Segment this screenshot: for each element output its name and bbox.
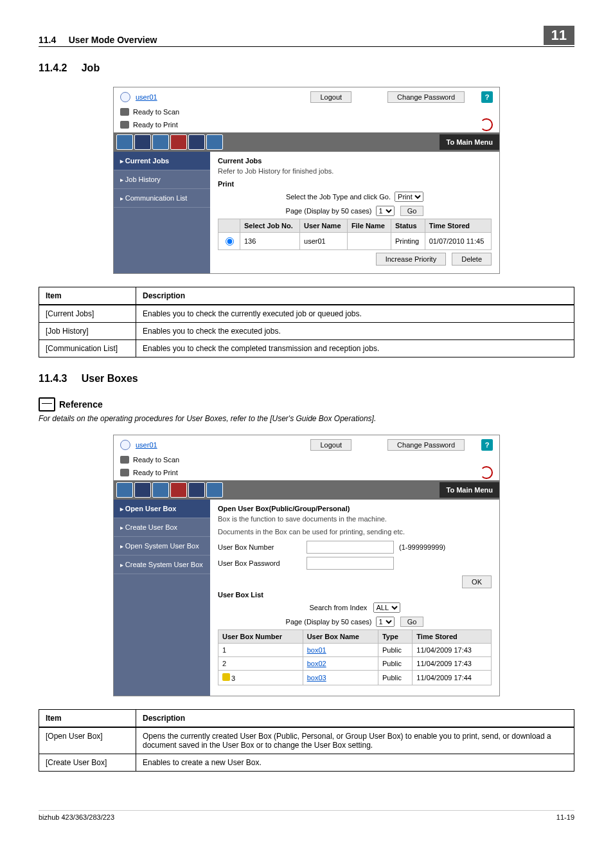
tab-icon[interactable]: [188, 482, 205, 498]
list-title: User Box List: [218, 591, 492, 599]
delete-button[interactable]: Delete: [452, 253, 492, 266]
col: File Name: [347, 219, 391, 233]
job-screenshot: user01 Logout Change Password ? Ready to…: [113, 87, 500, 274]
sidebar-item-create-system-user-box[interactable]: Create System User Box: [114, 556, 210, 574]
print-label: Print: [218, 180, 492, 188]
tab-icon[interactable]: [206, 134, 223, 150]
section-title: User Mode Overview: [69, 35, 157, 45]
ok-button[interactable]: OK: [462, 575, 492, 588]
box-table: User Box Number User Box Name Type Time …: [218, 629, 492, 685]
sidebar-item-create-user-box[interactable]: Create User Box: [114, 518, 210, 537]
sidebar-item-current-jobs[interactable]: Current Jobs: [114, 152, 210, 170]
sec1-num: 11.4.2: [39, 62, 67, 73]
col: Select Job No.: [240, 219, 300, 233]
help-icon[interactable]: ?: [481, 91, 493, 103]
box-link[interactable]: box03: [307, 674, 326, 682]
user-icon: [120, 440, 130, 450]
page-select[interactable]: 1: [376, 206, 395, 216]
logout-button[interactable]: Logout: [310, 91, 351, 103]
tab-icon[interactable]: [116, 482, 133, 498]
sec1-title: Job: [82, 62, 100, 73]
jobs-table: Select Job No. User Name File Name Statu…: [218, 219, 492, 250]
table-row[interactable]: 2box02Public11/04/2009 17:43: [218, 657, 492, 671]
tab-icon[interactable]: [170, 134, 187, 150]
refresh-icon[interactable]: [480, 118, 493, 131]
scanner-icon: [120, 456, 129, 464]
instruction: Box is the function to save documents in…: [218, 515, 492, 523]
to-main-menu[interactable]: To Main Menu: [440, 134, 499, 150]
select-type-label: Select the Job Type and click Go.: [286, 193, 391, 201]
table-row[interactable]: 136 user01 Printing 01/07/2010 11:45: [218, 233, 492, 250]
sidebar-item-job-history[interactable]: Job History: [114, 170, 210, 189]
scanner-icon: [120, 108, 129, 116]
help-icon[interactable]: ?: [481, 439, 493, 451]
change-password-button[interactable]: Change Password: [387, 91, 465, 103]
logout-button[interactable]: Logout: [310, 439, 351, 451]
page-label: Page (Display by 50 cases): [286, 618, 372, 626]
tab-icon[interactable]: [188, 134, 205, 150]
tab-icon[interactable]: [170, 482, 187, 498]
userbox-desc-table: ItemDescription [Open User Box]Opens the…: [39, 709, 574, 772]
refresh-icon[interactable]: [480, 466, 493, 479]
reference-icon: [39, 397, 55, 411]
sec2-num: 11.4.3: [39, 373, 67, 384]
printer-icon: [120, 121, 129, 129]
section-no: 11.4: [39, 35, 56, 45]
printer-icon: [120, 469, 129, 476]
col: [218, 219, 240, 233]
sidebar-item-comm-list[interactable]: Communication List: [114, 189, 210, 208]
chapter-badge: 11: [544, 26, 574, 45]
panel-title: Open User Box(Public/Group/Personal): [218, 505, 492, 512]
sidebar: Open User Box Create User Box Open Syste…: [114, 500, 210, 696]
panel-title: Current Jobs: [218, 157, 492, 165]
box-number-hint: (1-999999999): [399, 543, 445, 551]
tab-icon[interactable]: [134, 134, 151, 150]
table-row[interactable]: 1box01Public11/04/2009 17:43: [218, 644, 492, 657]
to-main-menu[interactable]: To Main Menu: [440, 482, 499, 498]
col: User Name: [300, 219, 348, 233]
reference-text: For details on the operating procedures …: [39, 414, 574, 423]
search-index-select[interactable]: ALL: [373, 602, 400, 613]
tab-icon[interactable]: [152, 482, 169, 498]
box-number-input[interactable]: [306, 541, 394, 554]
tab-icon[interactable]: [206, 482, 223, 498]
user-icon: [120, 92, 130, 102]
increase-priority-button[interactable]: Increase Priority: [376, 253, 446, 266]
box-link[interactable]: box01: [307, 646, 326, 654]
tab-icon[interactable]: [152, 134, 169, 150]
box-link[interactable]: box02: [307, 660, 326, 667]
sec2-title: User Boxes: [82, 373, 138, 384]
userbox-screenshot: user01 Logout Change Password ? Ready to…: [113, 435, 500, 696]
user-link[interactable]: user01: [136, 93, 157, 101]
change-password-button[interactable]: Change Password: [387, 439, 465, 451]
tab-icon[interactable]: [116, 134, 133, 150]
job-desc-table: ItemDescription [Current Jobs]Enables yo…: [39, 287, 574, 357]
tab-icon[interactable]: [134, 482, 151, 498]
box-password-input[interactable]: [306, 557, 394, 570]
job-radio[interactable]: [226, 237, 234, 246]
box-password-label: User Box Password: [218, 559, 301, 567]
ready-scan: Ready to Scan: [133, 108, 179, 116]
go-button[interactable]: Go: [400, 617, 424, 627]
go-button[interactable]: Go: [400, 206, 424, 216]
lock-icon: [222, 673, 230, 681]
footer-page: 11-19: [556, 813, 574, 821]
user-link[interactable]: user01: [136, 441, 157, 449]
sidebar: Current Jobs Job History Communication L…: [114, 152, 210, 273]
col: Status: [391, 219, 425, 233]
table-row[interactable]: 3box03Public11/04/2009 17:44: [218, 671, 492, 685]
job-type-select[interactable]: Print: [395, 192, 423, 202]
search-label: Search from Index: [309, 604, 367, 611]
page-label: Page (Display by 50 cases): [286, 207, 372, 215]
sidebar-item-open-system-user-box[interactable]: Open System User Box: [114, 537, 210, 556]
sidebar-item-open-user-box[interactable]: Open User Box: [114, 500, 210, 518]
reference-label: Reference: [59, 399, 103, 410]
footer-model: bizhub 423/363/283/223: [39, 813, 114, 821]
page-select[interactable]: 1: [376, 617, 395, 627]
instruction: Documents in the Box can be used for pri…: [218, 528, 492, 536]
col: Time Stored: [425, 219, 491, 233]
panel-instruction: Refer to Job History for finished jobs.: [218, 167, 492, 175]
ready-print: Ready to Print: [133, 121, 178, 129]
box-number-label: User Box Number: [218, 543, 301, 551]
